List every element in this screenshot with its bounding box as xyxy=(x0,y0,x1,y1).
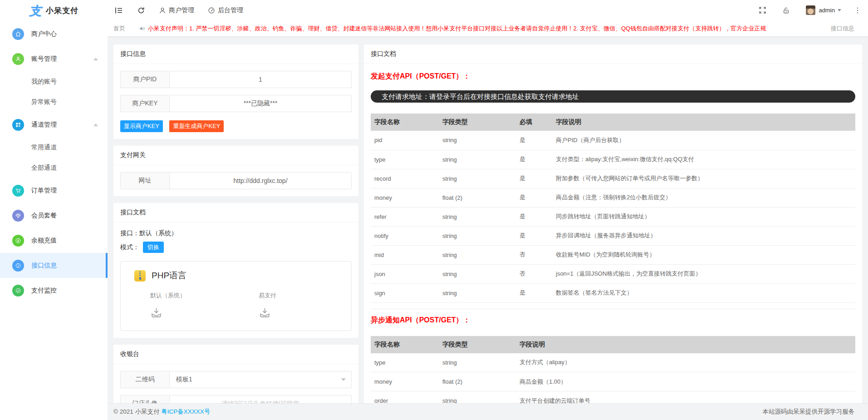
notify-api-heading: 异步通知API（POST/GET）： xyxy=(371,316,855,325)
qrcode-template-group: 二维码 模板1 xyxy=(120,371,352,388)
download-icon[interactable] xyxy=(259,306,271,321)
sdk-download-label: 默认（系统） xyxy=(150,292,236,300)
cell: 收款账号MID（为空则随机轮询账号） xyxy=(552,245,855,264)
diamond-icon xyxy=(12,210,24,222)
sidebar-subitem-label: 全部通道 xyxy=(31,164,57,172)
announcement-text: 小呆支付声明：1. 严禁一切淫秽、涉赌、政治、钓鱼、诈骗、理财、借贷、封建迷信等… xyxy=(148,25,766,33)
sidebar-item-my-account[interactable]: 我的账号 xyxy=(0,71,108,92)
sidebar-item-common-channels[interactable]: 常用通道 xyxy=(0,137,108,158)
app-logo[interactable]: 支 小呆支付 xyxy=(0,0,108,21)
cell: 是 xyxy=(516,226,552,245)
cell: 商户PID（商户后台获取） xyxy=(552,131,855,150)
store-avatar-input[interactable] xyxy=(169,395,352,403)
sidebar-item-interface-info[interactable]: 接口信息 xyxy=(0,253,108,278)
sidebar-subitem-label: 异常账号 xyxy=(31,98,57,106)
footer-icp-link[interactable]: 粤ICP备XXXXX号 xyxy=(161,408,210,416)
table-row: jsonstring否json=1（返回JSON格式输出，为空直接转跳支付页面） xyxy=(371,264,855,283)
gateway-card: 支付网关 网址 xyxy=(113,146,358,196)
sidebar-item-order-management[interactable]: 订单管理 xyxy=(0,178,108,203)
right-column: 接口文档 发起支付API（POST/GET）： 支付请求地址：请登录平台后在对接… xyxy=(364,44,862,403)
cell: record xyxy=(371,169,439,188)
table-header-row: 字段名称 字段类型 字段说明 xyxy=(371,336,855,353)
merchant-key-input[interactable] xyxy=(169,95,352,112)
topbar-admin-menu[interactable]: 后台管理 xyxy=(208,6,243,15)
merchant-pid-group: 商户PID xyxy=(120,71,352,88)
cell: money xyxy=(371,372,439,391)
download-icon[interactable] xyxy=(150,306,162,321)
topbar-merchant-menu[interactable]: 商户管理 xyxy=(159,6,194,15)
api-doc-card: 接口文档 发起支付API（POST/GET）： 支付请求地址：请登录平台后在对接… xyxy=(364,44,862,403)
cell: string xyxy=(439,245,516,264)
cell: 支付方式（alipay） xyxy=(516,353,855,372)
sidebar-item-merchant-center[interactable]: 商户中心 xyxy=(0,21,108,46)
sidebar-item-channel-management[interactable]: 通道管理 xyxy=(0,112,108,137)
switch-mode-button[interactable]: 切换 xyxy=(143,242,164,253)
table-row: notifystring是异步回调地址（服务器异步通知地址） xyxy=(371,226,855,245)
cell: float (2) xyxy=(439,188,516,207)
cell: 是 xyxy=(516,169,552,188)
php-sdk-card: PHP语言 默认（系统） 易支付 xyxy=(120,261,352,331)
yen-icon xyxy=(12,235,24,247)
sidebar-item-member-packages[interactable]: 会员套餐 xyxy=(0,203,108,228)
sdk-download-default: 默认（系统） xyxy=(128,292,236,321)
mode-label: 模式： xyxy=(120,243,139,252)
show-key-button[interactable]: 显示商户KEY xyxy=(120,120,163,132)
table-row: recordstring是附加参数（可传入您网站的订单号或用户名等唯一参数） xyxy=(371,169,855,188)
sidebar-item-payment-monitor[interactable]: 支付监控 xyxy=(0,278,108,303)
store-avatar-group: 门店头像 xyxy=(120,395,352,403)
user-icon xyxy=(12,53,24,65)
sdk-download-epay: 易支付 xyxy=(236,292,344,321)
sidebar-item-label: 订单管理 xyxy=(31,187,57,195)
avatar[interactable] xyxy=(806,5,815,15)
breadcrumb-home[interactable]: 首页 xyxy=(113,25,125,33)
table-header-row: 字段名称 字段类型 必填 字段说明 xyxy=(371,114,855,131)
sidebar-item-all-channels[interactable]: 全部通道 xyxy=(0,158,108,178)
gateway-url-label: 网址 xyxy=(120,172,169,189)
cell: 支付平台创建的云端订单号 xyxy=(516,391,855,404)
fullscreen-icon[interactable] xyxy=(759,6,766,14)
cell: 数据签名（签名方法见下文） xyxy=(552,283,855,302)
cell: string xyxy=(439,391,516,404)
cell: string xyxy=(439,226,516,245)
table-row: referstring是同步跳转地址（页面转跳通知地址） xyxy=(371,207,855,226)
merchant-pid-input[interactable] xyxy=(169,71,352,88)
cell: 附加参数（可传入您网站的订单号或用户名等唯一参数） xyxy=(552,169,855,188)
refresh-icon[interactable] xyxy=(137,6,145,15)
col-header: 字段名称 xyxy=(371,336,439,353)
sidebar-item-label: 余额充值 xyxy=(31,237,57,245)
lock-icon[interactable] xyxy=(783,7,790,14)
more-options-icon[interactable]: ⋮ xyxy=(854,7,861,14)
cell: 否 xyxy=(516,245,552,264)
qrcode-template-select[interactable]: 模板1 xyxy=(169,371,352,388)
cell: 异步回调地址（服务器异步通知地址） xyxy=(552,226,855,245)
cell: string xyxy=(439,353,516,372)
announcement: 小呆支付声明：1. 严禁一切淫秽、涉赌、政治、钓鱼、诈骗、理财、借贷、封建迷信等… xyxy=(139,25,822,33)
cart-icon xyxy=(12,185,24,197)
table-row: moneyfloat (2)是商品金额（注意：强制转换2位小数后提交） xyxy=(371,188,855,207)
cell: string xyxy=(439,169,516,188)
collapse-sidebar-icon[interactable] xyxy=(114,6,123,15)
collapse-arrow-icon xyxy=(93,124,98,126)
main-content: 接口信息 商户PID 商户KEY 显示商户KEY 重新生成商户KEY 支付网关 xyxy=(108,37,868,403)
sidebar-item-label: 接口信息 xyxy=(31,262,57,270)
breadcrumb-page-label: 接口信息 xyxy=(831,25,854,33)
sidebar-item-balance-recharge[interactable]: 余额充值 xyxy=(0,228,108,253)
cell: float (2) xyxy=(439,372,516,391)
zip-package-icon xyxy=(134,270,146,282)
speaker-icon xyxy=(139,25,145,32)
cell: pid xyxy=(371,131,439,150)
cell: 是 xyxy=(516,150,552,169)
store-avatar-label: 门店头像 xyxy=(120,395,169,403)
merchant-pid-label: 商户PID xyxy=(120,71,169,88)
info-icon xyxy=(12,260,24,272)
qrcode-template-value: 模板1 xyxy=(176,376,192,384)
user-menu[interactable]: admin xyxy=(819,7,841,14)
pay-api-heading: 发起支付API（POST/GET）： xyxy=(371,72,855,81)
sidebar-item-account-management[interactable]: 账号管理 xyxy=(0,46,108,71)
notify-api-table: 字段名称 字段类型 字段说明 typestring支付方式（alipay） mo… xyxy=(371,336,855,404)
cell: money xyxy=(371,188,439,207)
regenerate-key-button[interactable]: 重新生成商户KEY xyxy=(169,120,224,132)
sidebar-item-abnormal-account[interactable]: 异常账号 xyxy=(0,92,108,112)
col-header: 字段说明 xyxy=(516,336,855,353)
gateway-url-input[interactable] xyxy=(169,172,352,189)
